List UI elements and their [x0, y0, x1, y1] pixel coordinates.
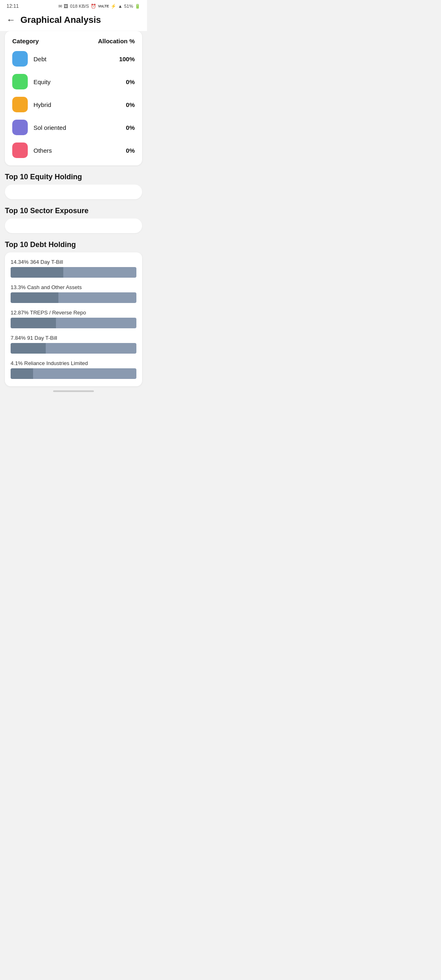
table-row: Sol oriented 0%: [12, 120, 135, 135]
debt-color-box: [12, 51, 28, 67]
debt-item-label: 4.1% Reliance Industries Limited: [11, 360, 136, 366]
hybrid-allocation: 0%: [126, 101, 135, 108]
hybrid-color-box: [12, 97, 28, 112]
data-speed: 018 KB/S: [70, 4, 89, 9]
scroll-indicator: [53, 390, 94, 392]
debt-bar-fill: [11, 368, 33, 379]
debt-holding-item: 12.87% TREPS / Reverse Repo: [11, 310, 136, 328]
hybrid-label: Hybrid: [33, 101, 51, 108]
debt-bar-container: [11, 318, 136, 328]
debt-holding-item: 7.84% 91 Day T-Bill: [11, 335, 136, 354]
debt-bar-fill: [11, 343, 46, 354]
alarm-icon: ⏰: [91, 4, 96, 9]
back-button[interactable]: ←: [7, 15, 16, 25]
category-left-hybrid: Hybrid: [12, 97, 51, 112]
debt-bar-fill: [11, 292, 58, 303]
equity-empty-card: [5, 185, 142, 199]
bluetooth-icon: ⚡: [111, 4, 116, 9]
equity-color-box: [12, 74, 28, 89]
mail-icon: ✉: [58, 4, 62, 9]
debt-label: Debt: [33, 56, 47, 62]
sector-empty-card: [5, 218, 142, 233]
col-category-label: Category: [12, 38, 39, 45]
image-icon: 🖼: [64, 4, 68, 9]
volte-icon: VoLTE: [98, 4, 109, 8]
category-left-equity: Equity: [12, 74, 51, 89]
others-allocation: 0%: [126, 147, 135, 154]
table-row: Debt 100%: [12, 51, 135, 67]
table-row: Equity 0%: [12, 74, 135, 89]
debt-bar-container: [11, 343, 136, 354]
debt-item-label: 13.3% Cash and Other Assets: [11, 284, 136, 290]
category-allocation-card: Category Allocation % Debt 100% Equity 0…: [5, 31, 142, 165]
debt-section-title: Top 10 Debt Holding: [5, 241, 142, 249]
sol-allocation: 0%: [126, 124, 135, 131]
debt-allocation: 100%: [119, 56, 135, 62]
debt-item-label: 14.34% 364 Day T-Bill: [11, 259, 136, 265]
battery-icon: 🔋: [135, 4, 140, 9]
page-title: Graphical Analysis: [20, 15, 101, 25]
others-color-box: [12, 143, 28, 158]
category-left-sol: Sol oriented: [12, 120, 66, 135]
status-icons: ✉ 🖼 018 KB/S ⏰ VoLTE ⚡ ▲ 51% 🔋: [58, 4, 140, 9]
col-allocation-label: Allocation %: [98, 38, 135, 45]
debt-item-label: 7.84% 91 Day T-Bill: [11, 335, 136, 341]
equity-allocation: 0%: [126, 78, 135, 85]
table-row: Hybrid 0%: [12, 97, 135, 112]
debt-bar-container: [11, 368, 136, 379]
category-left-others: Others: [12, 143, 52, 158]
debt-holding-item: 14.34% 364 Day T-Bill: [11, 259, 136, 278]
status-bar: 12:11 ✉ 🖼 018 KB/S ⏰ VoLTE ⚡ ▲ 51% 🔋: [0, 0, 147, 11]
debt-holdings-card: 14.34% 364 Day T-Bill 13.3% Cash and Oth…: [5, 252, 142, 386]
battery-text: 51%: [124, 4, 133, 9]
main-content: Category Allocation % Debt 100% Equity 0…: [0, 31, 147, 400]
sector-section-title: Top 10 Sector Exposure: [5, 207, 142, 215]
table-header-row: Category Allocation %: [12, 38, 135, 45]
equity-section-title: Top 10 Equity Holding: [5, 173, 142, 181]
table-row: Others 0%: [12, 143, 135, 158]
sol-color-box: [12, 120, 28, 135]
debt-item-label: 12.87% TREPS / Reverse Repo: [11, 310, 136, 316]
debt-bar-container: [11, 267, 136, 278]
wifi-icon: ▲: [118, 4, 122, 9]
others-label: Others: [33, 147, 52, 154]
sol-label: Sol oriented: [33, 124, 66, 131]
equity-label: Equity: [33, 78, 51, 85]
debt-holding-item: 4.1% Reliance Industries Limited: [11, 360, 136, 379]
debt-bar-fill: [11, 318, 56, 328]
header: ← Graphical Analysis: [0, 11, 147, 31]
debt-bar-fill: [11, 267, 63, 278]
category-left-debt: Debt: [12, 51, 47, 67]
status-time: 12:11: [7, 3, 19, 9]
debt-bar-container: [11, 292, 136, 303]
debt-holding-item: 13.3% Cash and Other Assets: [11, 284, 136, 303]
